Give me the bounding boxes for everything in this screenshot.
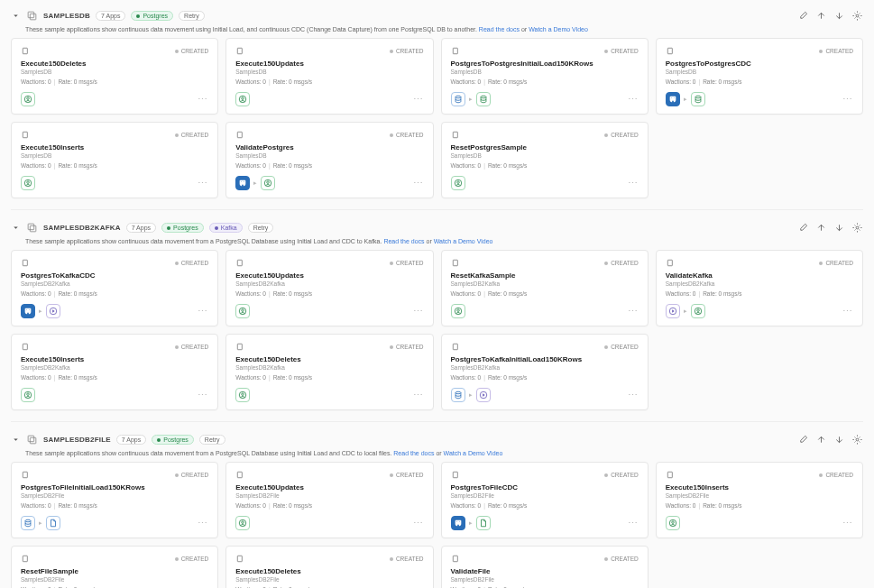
card-menu-icon[interactable]: ⋯: [842, 94, 853, 106]
move-down-icon[interactable]: [833, 9, 845, 22]
app-card[interactable]: CREATED Execute150Deletes SamplesDB Wact…: [11, 38, 218, 115]
card-copy-icon[interactable]: [235, 470, 245, 480]
card-copy-icon[interactable]: [666, 258, 676, 268]
group-name[interactable]: SAMPLESDB2KAFKA: [43, 224, 121, 232]
gear-icon[interactable]: [851, 9, 863, 22]
app-card[interactable]: CREATED PostgresToFileInitialLoad150KRow…: [11, 462, 218, 538]
card-stats: Wactions: 0|Rate: 0 msgs/s: [451, 78, 639, 85]
edit-icon[interactable]: [796, 9, 809, 22]
card-menu-icon[interactable]: ⋯: [628, 178, 639, 189]
app-card[interactable]: CREATED PostgresToPostgresInitialLoad150…: [441, 38, 649, 115]
card-copy-icon[interactable]: [666, 46, 676, 56]
card-copy-icon[interactable]: [21, 46, 31, 56]
svg-rect-0: [28, 12, 34, 18]
card-menu-icon[interactable]: ⋯: [842, 518, 853, 529]
card-copy-icon[interactable]: [235, 46, 245, 56]
app-card[interactable]: CREATED Execute150Deletes SamplesDB2File…: [225, 546, 433, 588]
card-copy-icon[interactable]: [21, 258, 31, 268]
card-copy-icon[interactable]: [451, 258, 461, 268]
card-title: Execute150Inserts: [21, 143, 208, 152]
chevron-down-icon[interactable]: [11, 11, 20, 20]
card-subtitle: SamplesDB2Kafka: [451, 280, 639, 287]
chevron-down-icon[interactable]: [11, 435, 20, 444]
card-menu-icon[interactable]: ⋯: [413, 390, 424, 401]
card-menu-icon[interactable]: ⋯: [198, 306, 208, 317]
card-menu-icon[interactable]: ⋯: [198, 390, 208, 401]
card-menu-icon[interactable]: ⋯: [628, 306, 639, 317]
app-card[interactable]: CREATED ResetKafkaSample SamplesDB2Kafka…: [441, 250, 649, 326]
chevron-down-icon[interactable]: [11, 223, 20, 232]
card-stats: Wactions: 0|Rate: 0 msgs/s: [666, 502, 853, 509]
app-card[interactable]: CREATED ValidateFile SamplesDB2File Wact…: [441, 546, 649, 588]
app-card[interactable]: CREATED Execute150Inserts SamplesDB2Kafk…: [11, 334, 218, 410]
docs-link[interactable]: Read the docs: [393, 450, 434, 456]
flow-node-circuser-icon: [21, 92, 35, 106]
card-copy-icon[interactable]: [451, 342, 461, 352]
card-copy-icon[interactable]: [21, 342, 31, 352]
app-card[interactable]: CREATED PostgresToFileCDC SamplesDB2File…: [441, 462, 649, 538]
card-menu-icon[interactable]: ⋯: [413, 306, 424, 317]
card-copy-icon[interactable]: [235, 554, 245, 564]
flow-node-circuser-icon: [451, 304, 465, 318]
flow-arrow-icon: ▸: [684, 96, 687, 103]
card-menu-icon[interactable]: ⋯: [413, 178, 424, 189]
move-down-icon[interactable]: [833, 433, 845, 446]
gear-icon[interactable]: [851, 221, 863, 234]
move-down-icon[interactable]: [833, 221, 845, 234]
app-card[interactable]: CREATED ValidateKafka SamplesDB2Kafka Wa…: [656, 250, 863, 326]
flow-arrow-icon: ▸: [684, 308, 687, 315]
docs-link[interactable]: Read the docs: [383, 238, 424, 244]
app-card[interactable]: CREATED ValidatePostgres SamplesDB Wacti…: [225, 122, 433, 198]
card-menu-icon[interactable]: ⋯: [198, 94, 208, 106]
app-card[interactable]: CREATED ResetPostgresSample SamplesDB Wa…: [441, 122, 649, 198]
gear-icon[interactable]: [851, 433, 863, 446]
app-card[interactable]: CREATED Execute150Updates SamplesDB2Kafk…: [225, 250, 433, 326]
group-name[interactable]: SAMPLESDB: [43, 12, 90, 20]
card-menu-icon[interactable]: ⋯: [628, 390, 639, 401]
group-actions: [796, 9, 863, 22]
demo-link[interactable]: Watch a Demo Video: [444, 450, 503, 456]
app-card[interactable]: CREATED Execute150Updates SamplesDB2File…: [225, 462, 433, 538]
card-copy-icon[interactable]: [235, 258, 245, 268]
edit-icon[interactable]: [796, 221, 809, 234]
group-name[interactable]: SAMPLESDB2FILE: [43, 436, 111, 444]
svg-point-45: [455, 391, 461, 394]
move-up-icon[interactable]: [814, 9, 827, 22]
card-copy-icon[interactable]: [235, 342, 245, 352]
card-menu-icon[interactable]: ⋯: [413, 518, 424, 529]
app-card[interactable]: CREATED ResetFileSample SamplesDB2File W…: [11, 546, 218, 588]
card-menu-icon[interactable]: ⋯: [628, 94, 639, 106]
move-up-icon[interactable]: [814, 433, 827, 446]
app-card[interactable]: CREATED Execute150Updates SamplesDB Wact…: [225, 38, 433, 115]
move-up-icon[interactable]: [814, 221, 827, 234]
card-copy-icon[interactable]: [451, 554, 461, 564]
card-copy-icon[interactable]: [666, 470, 676, 480]
flow-arrow-icon: ▸: [39, 519, 42, 527]
card-title: PostgresToFileCDC: [451, 483, 639, 492]
card-copy-icon[interactable]: [451, 130, 461, 140]
app-card[interactable]: CREATED Execute150Deletes SamplesDB2Kafk…: [225, 334, 433, 410]
card-copy-icon[interactable]: [21, 470, 31, 480]
demo-link[interactable]: Watch a Demo Video: [434, 238, 493, 244]
docs-link[interactable]: Read the docs: [479, 26, 520, 32]
app-card[interactable]: CREATED PostgresToKafkaCDC SamplesDB2Kaf…: [11, 250, 218, 326]
card-menu-icon[interactable]: ⋯: [198, 178, 208, 189]
card-copy-icon[interactable]: [21, 554, 31, 564]
status-badge: CREATED: [819, 472, 853, 478]
card-copy-icon[interactable]: [235, 130, 245, 140]
edit-icon[interactable]: [796, 433, 809, 446]
flow-arrow-icon: ▸: [39, 308, 42, 315]
card-menu-icon[interactable]: ⋯: [198, 518, 208, 529]
app-card[interactable]: CREATED PostgresToKafkaInitialLoad150KRo…: [441, 334, 649, 410]
card-menu-icon[interactable]: ⋯: [413, 94, 424, 106]
app-card[interactable]: CREATED Execute150Inserts SamplesDB2File…: [656, 462, 863, 538]
app-card[interactable]: CREATED PostgresToPostgresCDC SamplesDB …: [656, 38, 863, 115]
card-menu-icon[interactable]: ⋯: [842, 306, 853, 317]
app-card[interactable]: CREATED Execute150Inserts SamplesDB Wact…: [11, 122, 218, 198]
card-copy-icon[interactable]: [451, 46, 461, 56]
demo-link[interactable]: Watch a Demo Video: [529, 26, 588, 32]
status-badge: CREATED: [604, 132, 639, 138]
card-copy-icon[interactable]: [451, 470, 461, 480]
card-copy-icon[interactable]: [21, 130, 31, 140]
card-menu-icon[interactable]: ⋯: [628, 518, 639, 529]
